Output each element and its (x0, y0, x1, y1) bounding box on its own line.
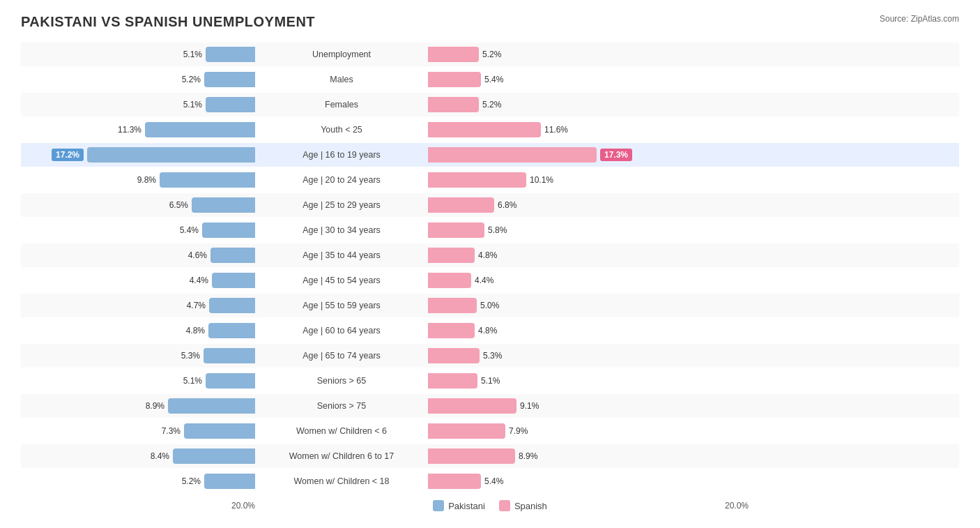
spanish-legend-box (499, 500, 510, 511)
right-bar (428, 97, 479, 112)
chart-title: PAKISTANI VS SPANISH UNEMPLOYMENT (21, 14, 315, 30)
left-bar (206, 97, 255, 112)
row-right-section: 5.0% (425, 298, 662, 313)
chart-row: 5.1% Unemployment 5.2% (21, 43, 959, 66)
right-bar (428, 273, 471, 288)
right-value: 5.3% (483, 351, 507, 361)
right-value: 10.1% (530, 175, 554, 185)
chart-row: 4.8% Age | 60 to 64 years 4.8% (21, 319, 959, 342)
row-label: Unemployment (258, 49, 425, 60)
row-left-section: 9.8% (21, 172, 258, 188)
legend-item-pakistani: Pakistani (433, 500, 485, 511)
row-right-section: 5.4% (425, 474, 662, 489)
right-bar (428, 122, 541, 137)
left-value: 5.3% (176, 351, 200, 361)
left-bar-wrapper: 4.8% (46, 323, 255, 338)
left-bar (206, 47, 255, 62)
right-value: 9.1% (520, 401, 544, 411)
left-value: 5.2% (176, 75, 201, 84)
row-left-section: 4.6% (21, 248, 258, 263)
left-bar (173, 448, 255, 464)
right-value: 4.8% (478, 326, 503, 335)
left-bar-wrapper: 5.2% (46, 72, 255, 87)
row-right-section: 4.4% (425, 273, 662, 288)
left-bar-wrapper: 8.9% (46, 398, 255, 414)
row-left-section: 17.2% (21, 147, 258, 163)
right-bar (428, 423, 505, 439)
row-left-section: 5.2% (21, 72, 258, 87)
row-label: Seniors > 65 (258, 375, 425, 386)
row-left-section: 4.7% (21, 298, 258, 313)
row-left-section: 4.4% (21, 273, 258, 288)
right-value: 5.2% (482, 50, 507, 59)
right-value: 5.4% (484, 75, 509, 84)
left-value: 4.7% (181, 301, 206, 310)
right-value: 17.3% (600, 149, 632, 161)
right-value: 5.4% (484, 476, 509, 486)
left-value: 5.2% (176, 476, 201, 486)
right-bar (428, 248, 475, 263)
left-bar (204, 348, 255, 363)
chart-row: 8.9% Seniors > 75 9.1% (21, 394, 959, 418)
left-bar (87, 147, 255, 163)
left-bar (192, 197, 255, 213)
row-right-section: 5.2% (425, 97, 662, 112)
chart-source: Source: ZipAtlas.com (880, 14, 959, 24)
row-label: Females (258, 99, 425, 110)
left-value: 5.1% (178, 376, 202, 386)
left-value: 5.1% (178, 50, 202, 59)
row-left-section: 4.8% (21, 323, 258, 338)
chart-row: 6.5% Age | 25 to 29 years 6.8% (21, 193, 959, 217)
row-left-section: 8.9% (21, 398, 258, 414)
left-value: 4.4% (184, 276, 208, 285)
left-bar (160, 172, 255, 188)
right-bar (428, 298, 477, 313)
left-bar-wrapper: 5.1% (46, 373, 255, 389)
left-bar-wrapper: 4.7% (46, 298, 255, 313)
left-bar (212, 273, 255, 288)
right-value: 4.4% (475, 276, 499, 285)
left-value: 6.5% (164, 200, 188, 210)
row-left-section: 5.4% (21, 222, 258, 238)
chart-row: 7.3% Women w/ Children < 6 7.9% (21, 419, 959, 443)
right-value: 5.1% (481, 376, 505, 386)
row-label: Age | 45 to 54 years (258, 275, 425, 286)
chart-row: 5.4% Age | 30 to 34 years 5.8% (21, 218, 959, 242)
row-right-section: 11.6% (425, 122, 662, 137)
row-label: Age | 65 to 74 years (258, 350, 425, 361)
chart-row: 4.7% Age | 55 to 59 years 5.0% (21, 294, 959, 317)
row-label: Women w/ Children 6 to 17 (258, 451, 425, 462)
left-bar (145, 122, 255, 137)
row-left-section: 5.1% (21, 97, 258, 112)
left-bar (202, 222, 255, 238)
footer-scale-right: 20.0% (722, 501, 959, 511)
row-left-section: 11.3% (21, 122, 258, 137)
row-right-section: 9.1% (425, 398, 662, 414)
chart-row: 5.1% Females 5.2% (21, 93, 959, 116)
chart-row: 5.2% Women w/ Children < 18 5.4% (21, 469, 959, 493)
right-bar (428, 398, 516, 414)
right-value: 5.2% (482, 100, 507, 110)
right-bar (428, 474, 481, 489)
row-right-section: 10.1% (425, 172, 662, 188)
row-right-section: 7.9% (425, 423, 662, 439)
left-value: 11.3% (117, 125, 141, 135)
left-bar-wrapper: 5.1% (46, 97, 255, 112)
row-label: Age | 20 to 24 years (258, 174, 425, 186)
row-right-section: 5.8% (425, 222, 662, 238)
chart-row: 11.3% Youth < 25 11.6% (21, 118, 959, 142)
chart-row: 9.8% Age | 20 to 24 years 10.1% (21, 168, 959, 192)
left-value: 7.3% (156, 426, 181, 436)
row-right-section: 5.4% (425, 72, 662, 87)
row-label: Women w/ Children < 6 (258, 425, 425, 437)
chart-row: 4.6% Age | 35 to 44 years 4.8% (21, 243, 959, 267)
footer-scale-left: 20.0% (21, 501, 258, 511)
row-label: Women w/ Children < 18 (258, 476, 425, 487)
right-value: 11.6% (544, 125, 569, 135)
right-value: 8.9% (519, 451, 543, 461)
row-label: Age | 16 to 19 years (258, 149, 425, 160)
left-bar (204, 474, 255, 489)
left-bar (204, 72, 255, 87)
row-label: Age | 55 to 59 years (258, 300, 425, 311)
right-bar (428, 373, 477, 389)
